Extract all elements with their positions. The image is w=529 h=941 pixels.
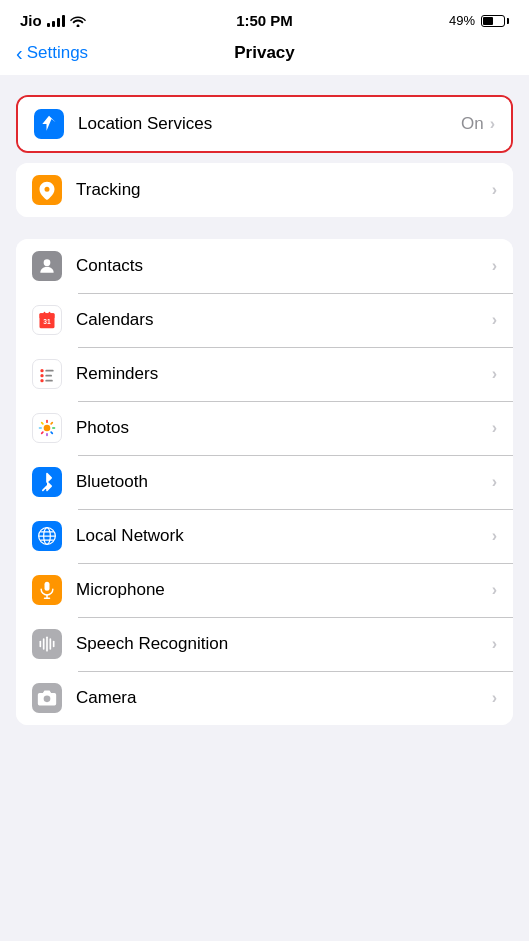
speech-svg-icon (37, 634, 57, 654)
location-services-row[interactable]: Location Services On › (18, 97, 511, 151)
svg-rect-31 (46, 637, 48, 652)
reminders-chevron-icon: › (492, 365, 497, 383)
camera-row[interactable]: Camera › (16, 671, 513, 725)
location-services-card: Location Services On › (16, 95, 513, 153)
local-network-chevron-icon: › (492, 527, 497, 545)
svg-rect-18 (41, 431, 45, 435)
contacts-svg-icon (37, 256, 57, 276)
svg-rect-33 (53, 641, 55, 648)
back-chevron-icon: ‹ (16, 43, 23, 63)
calendars-label: Calendars (76, 310, 492, 330)
location-services-label: Location Services (78, 114, 461, 134)
svg-rect-7 (45, 370, 53, 372)
svg-rect-19 (39, 427, 42, 429)
signal-bar-1 (47, 23, 50, 27)
section-location: Location Services On › (0, 95, 529, 153)
section-privacy: Contacts › 31 Calendars › (0, 239, 529, 725)
reminders-svg-icon (37, 364, 57, 384)
signal-bar-4 (62, 15, 65, 27)
page-title: Privacy (234, 43, 295, 63)
photos-svg-icon (37, 418, 57, 438)
reminders-label: Reminders (76, 364, 492, 384)
camera-icon (32, 683, 62, 713)
back-label: Settings (27, 43, 88, 63)
camera-label: Camera (76, 688, 492, 708)
status-bar: Jio 1:50 PM 49% (0, 0, 529, 35)
location-services-chevron-icon: › (490, 115, 495, 133)
contacts-label: Contacts (76, 256, 492, 276)
bluetooth-icon (32, 467, 62, 497)
calendars-row[interactable]: 31 Calendars › (16, 293, 513, 347)
svg-rect-16 (50, 431, 54, 435)
svg-rect-32 (50, 638, 52, 650)
battery-percentage: 49% (449, 13, 475, 28)
svg-point-0 (44, 259, 51, 266)
reminders-icon (32, 359, 62, 389)
tracking-row[interactable]: Tracking › (16, 163, 513, 217)
svg-rect-20 (41, 422, 45, 426)
arrow-up-right-icon (39, 114, 59, 134)
svg-point-12 (44, 425, 51, 432)
tracking-icon (32, 175, 62, 205)
signal-bar-3 (57, 18, 60, 27)
bluetooth-svg-icon (37, 472, 57, 492)
contacts-icon (32, 251, 62, 281)
microphone-chevron-icon: › (492, 581, 497, 599)
svg-rect-15 (52, 427, 55, 429)
contacts-row[interactable]: Contacts › (16, 239, 513, 293)
camera-svg-icon (37, 688, 57, 708)
privacy-card: Contacts › 31 Calendars › (16, 239, 513, 725)
svg-point-8 (40, 374, 43, 377)
location-services-icon (34, 109, 64, 139)
bluetooth-row[interactable]: Bluetooth › (16, 455, 513, 509)
camera-chevron-icon: › (492, 689, 497, 707)
microphone-svg-icon (37, 580, 57, 600)
svg-point-10 (40, 379, 43, 382)
tracking-label: Tracking (76, 180, 492, 200)
svg-rect-30 (43, 638, 45, 650)
tracking-chevron-icon: › (492, 181, 497, 199)
nav-header: ‹ Settings Privacy (0, 35, 529, 75)
photos-label: Photos (76, 418, 492, 438)
calendars-icon: 31 (32, 305, 62, 335)
svg-rect-11 (45, 380, 53, 382)
photos-chevron-icon: › (492, 419, 497, 437)
battery-icon (481, 15, 509, 27)
svg-rect-17 (46, 433, 48, 436)
signal-bars (47, 15, 65, 27)
back-button[interactable]: ‹ Settings (16, 43, 88, 63)
svg-rect-4 (44, 312, 46, 315)
svg-rect-14 (50, 422, 54, 426)
local-network-label: Local Network (76, 526, 492, 546)
bluetooth-chevron-icon: › (492, 473, 497, 491)
local-network-row[interactable]: Local Network › (16, 509, 513, 563)
svg-text:31: 31 (43, 318, 51, 325)
signal-bar-2 (52, 21, 55, 27)
speech-recognition-icon (32, 629, 62, 659)
settings-content: Location Services On › Tracking › (0, 75, 529, 767)
wifi-icon (70, 15, 86, 27)
svg-point-34 (44, 696, 51, 703)
calendars-chevron-icon: › (492, 311, 497, 329)
carrier-signal: Jio (20, 12, 86, 29)
network-svg-icon (37, 526, 57, 546)
svg-point-6 (40, 369, 43, 372)
photos-row[interactable]: Photos › (16, 401, 513, 455)
carrier-name: Jio (20, 12, 42, 29)
speech-recognition-row[interactable]: Speech Recognition › (16, 617, 513, 671)
microphone-label: Microphone (76, 580, 492, 600)
microphone-row[interactable]: Microphone › (16, 563, 513, 617)
speech-recognition-label: Speech Recognition (76, 634, 492, 654)
svg-rect-5 (49, 312, 51, 315)
tracking-card: Tracking › (16, 163, 513, 217)
photos-icon (32, 413, 62, 443)
location-services-value: On (461, 114, 484, 134)
bluetooth-label: Bluetooth (76, 472, 492, 492)
microphone-icon (32, 575, 62, 605)
speech-recognition-chevron-icon: › (492, 635, 497, 653)
reminders-row[interactable]: Reminders › (16, 347, 513, 401)
local-network-icon (32, 521, 62, 551)
calendars-svg-icon: 31 (37, 310, 57, 330)
svg-rect-29 (40, 641, 42, 648)
contacts-chevron-icon: › (492, 257, 497, 275)
